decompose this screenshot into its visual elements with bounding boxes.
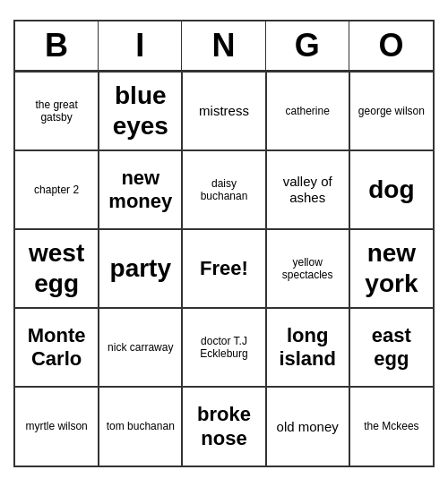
bingo-cell: Free! [182,229,265,308]
bingo-cell: daisy buchanan [182,150,265,229]
cell-text: daisy buchanan [186,177,261,203]
bingo-cell: mistress [182,72,265,150]
header-letter: N [182,21,265,70]
bingo-cell: chapter 2 [15,150,99,229]
header-letter: G [266,21,349,70]
cell-text: dog [368,175,414,205]
cell-text: east egg [354,324,429,372]
bingo-cell: party [99,229,182,308]
cell-text: nick carraway [108,341,173,354]
bingo-cell: long island [266,308,349,387]
cell-text: new money [103,167,177,214]
bingo-cell: blue eyes [99,72,182,150]
cell-text: doctor T.J Eckleburg [186,335,261,361]
bingo-cell: east egg [349,308,433,387]
bingo-cell: doctor T.J Eckleburg [182,308,265,387]
cell-text: yellow spectacles [271,256,345,282]
bingo-cell: broke nose [182,387,265,466]
header-letter: I [99,21,182,70]
cell-text: catherine [286,105,330,117]
bingo-header: BINGO [15,21,433,72]
bingo-cell: myrtle wilson [15,387,99,466]
bingo-cell: the great gatsby [15,72,99,150]
cell-text: valley of ashes [271,174,345,206]
bingo-cell: west egg [15,229,99,308]
bingo-cell: tom buchanan [99,387,182,466]
bingo-cell: new york [349,229,433,308]
cell-text: Free! [200,257,248,280]
cell-text: myrtle wilson [25,420,87,432]
bingo-cell: Monte Carlo [15,308,99,387]
bingo-cell: nick carraway [99,308,182,387]
bingo-grid: the great gatsbyblue eyesmistresscatheri… [15,72,433,466]
cell-text: mistress [199,103,249,119]
cell-text: Monte Carlo [19,324,94,372]
cell-text: long island [271,324,345,372]
bingo-cell: catherine [266,72,349,150]
bingo-cell: george wilson [349,72,433,150]
cell-text: broke nose [186,403,261,450]
bingo-cell: the Mckees [349,387,433,466]
cell-text: new york [354,238,429,298]
header-letter: O [349,21,433,70]
bingo-card: BINGO the great gatsbyblue eyesmistressc… [13,20,435,467]
bingo-cell: valley of ashes [266,150,349,229]
cell-text: the Mckees [364,420,418,432]
cell-text: old money [277,419,339,435]
bingo-cell: yellow spectacles [266,229,349,308]
cell-text: west egg [19,238,94,298]
cell-text: george wilson [358,105,425,117]
bingo-cell: old money [266,387,349,466]
header-letter: B [15,21,99,70]
cell-text: party [110,253,171,284]
bingo-cell: new money [99,150,182,229]
bingo-cell: dog [349,150,433,229]
cell-text: blue eyes [103,81,177,141]
cell-text: tom buchanan [107,420,175,432]
cell-text: chapter 2 [34,184,79,196]
cell-text: the great gatsby [19,98,94,124]
